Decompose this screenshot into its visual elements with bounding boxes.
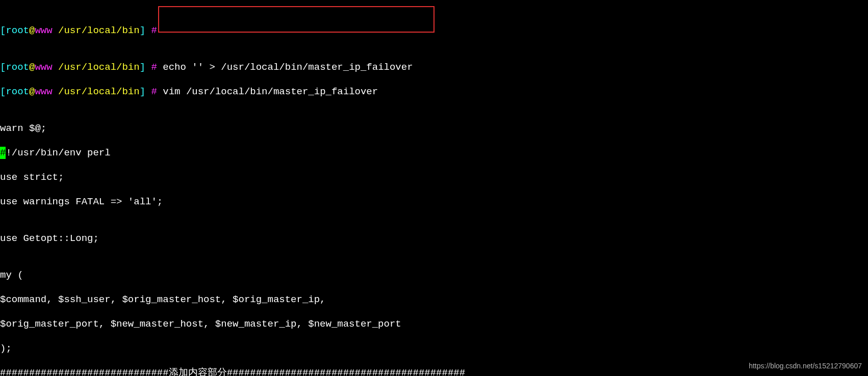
hash-icon: # [145, 62, 157, 73]
at-icon: @ [29, 86, 35, 97]
cursor-icon: # [0, 147, 6, 159]
file-line: my ( [0, 269, 868, 281]
prompt-path: /usr/local/bin [53, 25, 140, 36]
prompt-line-0: [root@www /usr/local/bin] # [0, 24, 868, 37]
file-line: warn $@; [0, 122, 868, 135]
prompt-user: root [6, 25, 29, 36]
file-line: $orig_master_port, $new_master_host, $ne… [0, 318, 868, 330]
prompt-user: root [6, 62, 29, 73]
command-text: vim /usr/local/bin/master_ip_failover [157, 86, 378, 97]
bracket-close: ] [140, 25, 145, 36]
command-text: echo '' > /usr/local/bin/master_ip_failo… [157, 62, 413, 73]
prompt-line-1: [root@www /usr/local/bin] # echo '' > /u… [0, 61, 868, 73]
hash-icon: # [145, 86, 157, 97]
terminal-screen[interactable]: [root@www /usr/local/bin] # [root@www /u… [0, 0, 868, 376]
bracket-open: [ [0, 62, 6, 73]
watermark-text: https://blog.csdn.net/s15212790607 [749, 360, 862, 372]
bracket-close: ] [140, 86, 145, 97]
file-line: use warnings FATAL => 'all'; [0, 196, 868, 208]
prompt-user: root [6, 86, 29, 97]
hash-icon: # [145, 25, 157, 36]
file-line: use Getopt::Long; [0, 232, 868, 245]
prompt-line-2: [root@www /usr/local/bin] # vim /usr/loc… [0, 86, 868, 98]
at-icon: @ [29, 25, 35, 36]
file-text: !/usr/bin/env perl [6, 147, 110, 158]
file-line: $command, $ssh_user, $orig_master_host, … [0, 293, 868, 306]
at-icon: @ [29, 62, 35, 73]
bracket-open: [ [0, 25, 6, 36]
file-line: #############################添加内容部分#####… [0, 367, 868, 376]
prompt-path: /usr/local/bin [53, 86, 140, 97]
file-line: #!/usr/bin/env perl [0, 147, 868, 159]
file-line: ); [0, 342, 868, 355]
bracket-close: ] [140, 62, 145, 73]
prompt-path: /usr/local/bin [53, 62, 140, 73]
prompt-host: www [35, 25, 52, 36]
file-line: use strict; [0, 171, 868, 183]
prompt-host: www [35, 86, 52, 97]
prompt-host: www [35, 62, 52, 73]
bracket-open: [ [0, 86, 6, 97]
